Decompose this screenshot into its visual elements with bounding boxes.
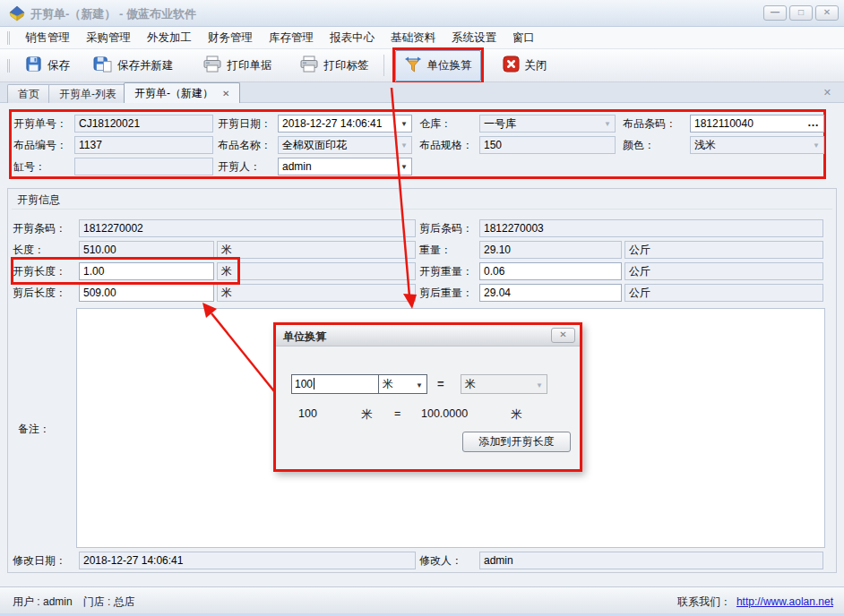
cut-length-unit-cell: 米 [217,262,416,280]
warehouse-combo[interactable]: 一号库 ▼ [479,115,616,133]
modify-date-field[interactable]: 2018-12-27 14:06:41 [79,552,416,569]
website-link[interactable]: http://www.aolan.net [736,595,833,608]
dropdown-arrow-icon[interactable]: ▼ [400,163,408,172]
amount-input[interactable]: 100 [291,374,381,394]
tab-close-icon[interactable]: ✕ [222,89,229,98]
after-length-field[interactable]: 509.00 [79,284,214,302]
after-barcode-field[interactable]: 1812270003 [479,219,823,237]
fabric-no-field[interactable]: 1137 [74,136,213,154]
cut-barcode-field[interactable]: 1812270002 [79,219,416,237]
cut-no-field[interactable]: CJ18120021 [74,115,213,133]
window-title: 开剪单-（新建） - 傲蓝布业软件 [30,6,196,22]
unit-convert-dialog: 单位换算 ✕ 100 米 ▼ = 米 ▼ 100 米 = 100.0 [273,322,582,472]
vat-no-label: 缸号： [13,158,46,175]
annotation-box-unit-convert: 单位换算 [392,47,484,84]
fabric-spec-label: 布品规格： [419,136,473,154]
modifier-label: 修改人： [419,552,462,569]
add-to-cut-length-button[interactable]: 添加到开剪长度 [462,432,571,452]
menu-sales[interactable]: 销售管理 [17,27,78,48]
ellipsis-button[interactable]: … [807,115,819,131]
cut-length-label: 开剪长度： [13,262,66,280]
app-icon [9,5,25,25]
after-length-unit-cell: 米 [217,284,416,302]
unit-convert-button[interactable]: 单位换算 [395,50,481,81]
weight-field[interactable]: 29.10 [479,241,622,259]
grip-handle [7,31,10,45]
modifier-field[interactable]: admin [479,552,823,569]
after-length-label: 剪后长度： [13,284,66,302]
menu-purchase[interactable]: 采购管理 [78,27,139,48]
menu-finance[interactable]: 财务管理 [200,27,261,48]
contact-label: 联系我们： [677,595,731,608]
from-unit-combo[interactable]: 米 ▼ [378,374,427,394]
cut-date-label: 开剪日期： [218,115,271,133]
close-tab-button[interactable]: 关闭 [495,51,555,80]
result-from-unit: 米 [361,407,373,423]
annotation-box-header-form: 开剪单号： CJ18120021 开剪日期： 2018-12-27 14:06:… [9,109,826,179]
menu-settings[interactable]: 系统设置 [444,27,504,48]
tab-strip: 首页 开剪单-列表 开剪单-（新建）✕ ✕ [0,82,844,103]
result-value: 100.0000 [421,407,468,420]
divider [12,209,832,210]
after-barcode-label: 剪后条码： [419,219,473,237]
toolbar: 保存 保存并新建 打印单据 [0,49,844,82]
tabstrip-close-button[interactable]: ✕ [823,87,831,98]
fabric-spec-field[interactable]: 150 [479,136,616,154]
dropdown-arrow-icon: ▼ [604,120,611,129]
fabric-name-combo[interactable]: 全棉双面印花 ▼ [278,136,412,154]
result-to-unit: 米 [511,407,522,423]
menu-bar: 销售管理 采购管理 外发加工 财务管理 库存管理 报表中心 基础资料 系统设置 … [0,27,844,49]
cut-length-field[interactable]: 1.00 [79,262,214,280]
maximize-button[interactable]: □ [789,5,813,21]
app-window: 开剪单-（新建） - 傲蓝布业软件 — □ ✕ 销售管理 采购管理 外发加工 财… [0,0,844,616]
cutter-combo[interactable]: admin ▼ [278,158,412,175]
dropdown-arrow-icon[interactable]: ▼ [400,120,408,129]
tab-cut-new[interactable]: 开剪单-（新建）✕ [124,82,240,103]
weight-unit-cell: 公斤 [624,241,823,259]
dialog-body: 100 米 ▼ = 米 ▼ 100 米 = 100.0000 米 添加到开剪长度 [276,346,580,469]
dropdown-arrow-icon[interactable]: ▼ [416,381,423,390]
vat-no-field[interactable] [74,158,213,175]
close-window-button[interactable]: ✕ [815,5,839,21]
printer-icon [202,56,222,75]
fabric-barcode-label: 布品条码： [623,115,676,133]
fabric-barcode-field[interactable]: 1812110040 … [690,115,824,133]
menu-reports[interactable]: 报表中心 [322,27,383,48]
warehouse-label: 仓库： [419,115,452,133]
equals-sign: = [437,377,444,390]
form-area: 开剪单号： CJ18120021 开剪日期： 2018-12-27 14:06:… [0,103,844,586]
color-combo[interactable]: 浅米 ▼ [690,136,824,154]
length-label: 长度： [13,241,45,259]
unit-convert-icon [404,56,422,76]
menu-outsourcing[interactable]: 外发加工 [139,27,200,48]
result-amount: 100 [298,407,317,420]
contact-info: 联系我们：http://www.aolan.net [677,595,833,610]
result-equals: = [394,407,400,420]
save-and-new-button[interactable]: 保存并新建 [85,51,182,80]
dropdown-arrow-icon: ▼ [813,141,820,150]
cutter-label: 开剪人： [218,158,261,175]
to-unit-combo[interactable]: 米 ▼ [461,374,547,394]
weight-label: 重量： [419,241,452,259]
length-field[interactable]: 510.00 [79,241,214,259]
cut-date-combo[interactable]: 2018-12-27 14:06:41 ▼ [278,115,412,133]
fabric-no-label: 布品编号： [13,136,67,154]
dialog-close-button[interactable]: ✕ [551,328,575,343]
minimize-button[interactable]: — [763,5,787,21]
length-unit-cell: 米 [217,241,416,259]
print-receipt-button[interactable]: 打印单据 [194,51,280,80]
after-weight-field[interactable]: 29.04 [479,284,622,302]
cut-weight-field[interactable]: 0.06 [479,262,622,280]
save-button[interactable]: 保存 [17,51,78,80]
title-bar: 开剪单-（新建） - 傲蓝布业软件 — □ ✕ [0,0,844,27]
dropdown-arrow-icon: ▼ [400,141,408,150]
dialog-title-bar: 单位换算 ✕ [276,325,580,346]
after-weight-label: 剪后重量： [419,284,473,302]
menu-window[interactable]: 窗口 [504,27,543,48]
menu-basedata[interactable]: 基础资料 [383,27,444,48]
menu-inventory[interactable]: 库存管理 [261,27,322,48]
tab-home[interactable]: 首页 [7,84,50,103]
tab-cut-list[interactable]: 开剪单-列表 [48,84,127,103]
print-label-button[interactable]: 打印标签 [291,51,377,80]
text-caret [314,378,314,389]
